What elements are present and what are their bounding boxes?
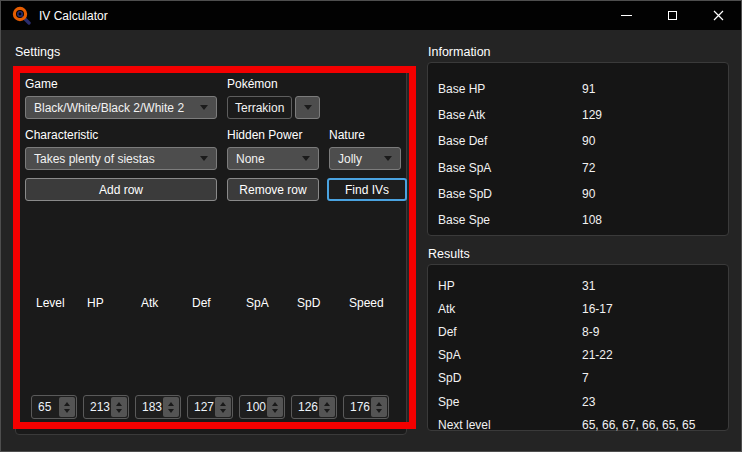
- game-select-value: Black/White/Black 2/White 2: [34, 101, 184, 115]
- results-panel: HP 31 Atk 16-17 Def 8-9 SpA 21-22 SpD 7 …: [427, 264, 729, 431]
- information-panel: Base HP 91 Base Atk 129 Base Def 90 Base…: [427, 62, 729, 236]
- spin-up-icon[interactable]: [220, 402, 226, 406]
- dropdown-arrow-icon: [302, 156, 310, 161]
- info-value: 90: [582, 134, 728, 148]
- window-controls: [603, 1, 741, 30]
- pokemon-combobox-value: Terrakion: [235, 101, 284, 115]
- close-icon: [713, 10, 724, 21]
- dropdown-arrow-icon: [200, 156, 208, 161]
- result-value: 16-17: [582, 302, 728, 316]
- info-row-base-hp: Base HP 91: [438, 76, 728, 102]
- result-row-spe: Spe 23: [438, 390, 728, 413]
- dropdown-arrow-icon: [384, 156, 392, 161]
- hp-spinbox[interactable]: [83, 395, 129, 419]
- settings-section-label: Settings: [15, 45, 60, 59]
- spd-spinbox[interactable]: [291, 395, 337, 419]
- characteristic-select-value: Takes plenty of siestas: [34, 152, 155, 166]
- info-row-base-spd: Base SpD 90: [438, 181, 728, 207]
- dropdown-arrow-icon: [304, 105, 312, 110]
- result-row-next-level: Next level 65, 66, 67, 66, 65, 65: [438, 413, 728, 436]
- spa-spin-buttons[interactable]: [267, 397, 283, 417]
- pokemon-label: Pokémon: [227, 77, 278, 91]
- spin-down-icon[interactable]: [168, 409, 174, 413]
- def-spinbox[interactable]: [187, 395, 233, 419]
- spa-spinbox[interactable]: [239, 395, 285, 419]
- level-spin-buttons[interactable]: [59, 397, 75, 417]
- info-row-base-atk: Base Atk 129: [438, 102, 728, 128]
- stat-header-spa: SpA: [246, 296, 269, 310]
- spin-up-icon[interactable]: [376, 402, 382, 406]
- close-button[interactable]: [695, 1, 741, 30]
- def-input[interactable]: [188, 396, 215, 418]
- info-label: Base Atk: [438, 108, 582, 122]
- information-section-label: Information: [428, 45, 491, 59]
- result-value: 23: [582, 395, 728, 409]
- magnifier-icon: [12, 6, 31, 25]
- result-label: Def: [438, 325, 582, 339]
- minimize-button[interactable]: [603, 1, 649, 30]
- spa-input[interactable]: [240, 396, 267, 418]
- characteristic-label: Characteristic: [25, 128, 98, 142]
- pokemon-combobox[interactable]: Terrakion: [227, 96, 292, 119]
- results-section-label: Results: [428, 247, 470, 261]
- maximize-button[interactable]: [649, 1, 695, 30]
- spd-spin-buttons[interactable]: [319, 397, 335, 417]
- result-label: HP: [438, 279, 582, 293]
- speed-spinbox[interactable]: [343, 395, 389, 419]
- level-spinbox[interactable]: [31, 395, 77, 419]
- def-spin-buttons[interactable]: [215, 397, 231, 417]
- spin-down-icon[interactable]: [116, 409, 122, 413]
- find-ivs-button[interactable]: Find IVs: [327, 178, 407, 201]
- info-label: Base SpA: [438, 161, 582, 175]
- stat-header-atk: Atk: [141, 296, 158, 310]
- spin-up-icon[interactable]: [168, 402, 174, 406]
- spin-down-icon[interactable]: [64, 409, 70, 413]
- result-value: 8-9: [582, 325, 728, 339]
- spin-down-icon[interactable]: [272, 409, 278, 413]
- spin-down-icon[interactable]: [376, 409, 382, 413]
- info-row-base-def: Base Def 90: [438, 128, 728, 154]
- add-row-button[interactable]: Add row: [25, 178, 217, 201]
- hidden-power-select[interactable]: None: [227, 147, 319, 170]
- info-label: Base Spe: [438, 213, 582, 227]
- window-title: IV Calculator: [39, 9, 108, 23]
- atk-spin-buttons[interactable]: [163, 397, 179, 417]
- pokemon-dropdown-button[interactable]: [295, 96, 320, 119]
- result-row-def: Def 8-9: [438, 320, 728, 343]
- app-window: IV Calculator Settings Information Resul…: [0, 0, 742, 452]
- result-row-atk: Atk 16-17: [438, 297, 728, 320]
- titlebar: IV Calculator: [1, 1, 741, 30]
- result-value: 21-22: [582, 348, 728, 362]
- hp-spin-buttons[interactable]: [111, 397, 127, 417]
- spin-down-icon[interactable]: [324, 409, 330, 413]
- spin-up-icon[interactable]: [324, 402, 330, 406]
- info-label: Base SpD: [438, 187, 582, 201]
- stat-header-speed: Speed: [349, 296, 384, 310]
- hidden-power-select-value: None: [236, 152, 265, 166]
- level-input[interactable]: [32, 396, 59, 418]
- spd-input[interactable]: [292, 396, 319, 418]
- nature-select[interactable]: Jolly: [329, 147, 401, 170]
- info-row-base-spa: Base SpA 72: [438, 155, 728, 181]
- nature-label: Nature: [329, 128, 365, 142]
- spin-up-icon[interactable]: [64, 402, 70, 406]
- speed-input[interactable]: [344, 396, 371, 418]
- info-value: 129: [582, 108, 728, 122]
- result-value: 31: [582, 279, 728, 293]
- info-value: 91: [582, 82, 728, 96]
- atk-spinbox[interactable]: [135, 395, 181, 419]
- spin-up-icon[interactable]: [116, 402, 122, 406]
- stat-header-spd: SpD: [297, 296, 320, 310]
- spin-down-icon[interactable]: [220, 409, 226, 413]
- spin-up-icon[interactable]: [272, 402, 278, 406]
- game-select[interactable]: Black/White/Black 2/White 2: [25, 96, 217, 119]
- maximize-icon: [668, 11, 677, 20]
- remove-row-button[interactable]: Remove row: [227, 178, 319, 201]
- speed-spin-buttons[interactable]: [371, 397, 387, 417]
- hp-input[interactable]: [84, 396, 111, 418]
- stat-header-def: Def: [192, 296, 211, 310]
- result-value: 7: [582, 371, 728, 385]
- info-value: 108: [582, 213, 728, 227]
- atk-input[interactable]: [136, 396, 163, 418]
- characteristic-select[interactable]: Takes plenty of siestas: [25, 147, 217, 170]
